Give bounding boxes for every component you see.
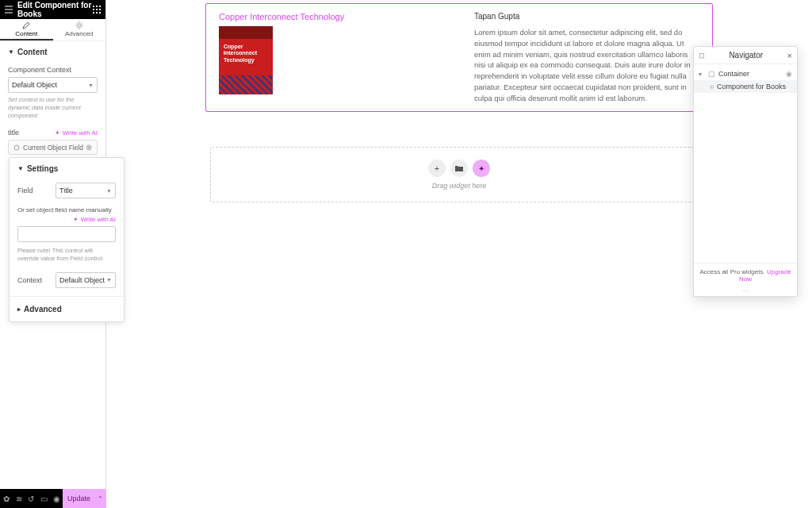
folder-button[interactable] [450,160,468,177]
settings-icon[interactable]: ✿ [0,489,13,508]
tab-content[interactable]: Content [0,19,53,40]
field-row: Field Title ▼ [10,179,124,202]
description-text: Lorem ipsum dolor sit amet, consectetur … [474,27,699,103]
author-name: Tapan Gupta [474,12,699,21]
nav-component-label: Component for Books [717,83,786,90]
tab-bar: Content Advanced [0,19,105,41]
manual-input-wrap [17,226,116,242]
chevron-down-icon: ▼ [106,277,112,283]
manual-label: Or set object field name manually [10,202,124,214]
title-label: title [8,129,19,137]
dynamic-field-popup: ▼ Settings Field Title ▼ Or set object f… [9,157,124,322]
component-context-group: Component Context Default Object ▼ Set c… [0,63,105,125]
close-icon[interactable]: × [787,51,792,60]
expand-update-icon[interactable]: ⌃ [95,489,106,508]
chevron-down-icon: ▼ [106,188,112,194]
ai-widget-button[interactable]: ✦ [473,160,490,177]
navigator-panel: ⊡ Navigator × ▾ ▢ Container ◉ ⟐ Componen… [693,46,798,297]
book-cover-image: Copper Interconnect Technology [219,26,273,94]
context-label: Component Context [8,66,98,74]
apps-icon[interactable] [93,6,101,13]
tab-content-label: Content [15,30,37,37]
footer-text: Access all Pro widgets. [699,268,764,275]
svg-rect-1 [96,6,98,7]
layers-icon[interactable]: ≋ [13,489,25,508]
resize-handle-icon[interactable]: ⋯ [694,287,797,296]
svg-rect-2 [99,6,101,7]
field-select[interactable]: Title ▼ [56,183,116,198]
card-right: Tapan Gupta Lorem ipsum dolor sit amet, … [474,12,699,103]
svg-rect-5 [99,9,101,10]
nav-item-container[interactable]: ▾ ▢ Container ◉ [694,67,797,80]
manual-field-input[interactable] [17,226,116,242]
cover-text: Copper Interconnect Technology [224,44,257,63]
caret-down-icon: ▼ [17,165,24,172]
title-field-row: title ✦ Write with AI [0,125,105,140]
dynamic-value: Current Object Field [23,144,83,152]
settings-section-toggle[interactable]: ▼ Settings [10,158,124,179]
svg-rect-3 [93,9,94,10]
override-note: Please note! This control will override … [10,242,124,269]
svg-point-9 [78,24,81,27]
dynamic-field-chip[interactable]: Current Object Field ⊗ [8,140,98,155]
tab-advanced[interactable]: Advanced [53,19,106,40]
navigator-header: ⊡ Navigator × [694,47,797,64]
popup-context-label: Context [17,276,56,284]
write-with-ai-link[interactable]: ✦ Write with AI [73,216,116,223]
context-select[interactable]: Default Object ▼ [8,77,98,93]
bottom-toolbar: ✿ ≋ ↺ ▭ ◉ Update ⌃ [0,489,106,508]
responsive-icon[interactable]: ▭ [37,489,50,508]
history-icon[interactable]: ↺ [25,489,38,508]
popup-context-select[interactable]: Default Object ▼ [56,272,116,288]
pencil-icon [22,21,30,30]
drag-handle-icon[interactable]: ⊡ [699,52,705,60]
navigator-footer: Access all Pro widgets. Upgrade Now [694,263,797,287]
dropzone-buttons: + ✦ [428,160,490,177]
gear-icon [75,21,83,30]
navigator-title: Navigator [705,51,787,60]
caret-right-icon: ▸ [17,306,21,313]
chevron-down-icon: ▼ [88,83,94,88]
popup-context-row: Context Default Object ▼ [10,269,124,291]
update-label: Update [67,495,90,502]
nav-item-component[interactable]: ⟐ Component for Books [694,80,797,93]
context-value: Default Object [12,81,57,89]
panel-header: Edit Component for Books [0,0,105,19]
svg-point-10 [14,145,19,150]
preview-icon[interactable]: ◉ [50,489,63,508]
context-help: Set context to use for the dynamic data … [8,96,98,119]
dropzone-text: Drag widget here [432,182,487,190]
widget-dropzone[interactable]: + ✦ Drag widget here [210,147,708,202]
content-section-title: Content [17,48,48,56]
nav-container-label: Container [718,70,749,78]
svg-rect-0 [93,6,94,7]
advanced-title: Advanced [24,305,62,314]
advanced-section-toggle[interactable]: ▸ Advanced [10,296,124,314]
visibility-icon[interactable]: ◉ [786,70,792,78]
settings-title: Settings [27,164,58,173]
update-button[interactable]: Update [63,489,95,508]
panel-title: Edit Component for Books [17,1,93,18]
svg-rect-8 [99,12,101,13]
field-label: Field [17,187,56,194]
container-icon: ▢ [708,70,715,78]
card-left: Copper Interconnect Technology Copper In… [219,12,457,103]
component-icon: ⟐ [710,83,714,90]
component-card[interactable]: Copper Interconnect Technology Copper In… [205,3,713,112]
write-with-ai-link[interactable]: ✦ Write with AI [55,129,98,137]
card-title: Copper Interconnect Technology [219,12,457,21]
dynamic-icon [13,144,20,151]
caret-down-icon: ▼ [8,48,14,56]
add-widget-button[interactable]: + [428,160,446,177]
navigator-tree: ▾ ▢ Container ◉ ⟐ Component for Books [694,64,797,263]
caret-down-icon[interactable]: ▾ [699,71,705,78]
tab-advanced-label: Advanced [65,30,94,37]
svg-rect-7 [96,12,98,13]
popup-context-value: Default Object [59,276,105,284]
svg-rect-6 [93,12,94,13]
clear-icon[interactable]: ⊗ [86,143,92,152]
svg-rect-4 [96,9,98,10]
content-section-toggle[interactable]: ▼ Content [0,41,105,63]
field-value: Title [59,187,73,194]
menu-icon[interactable] [5,6,13,13]
